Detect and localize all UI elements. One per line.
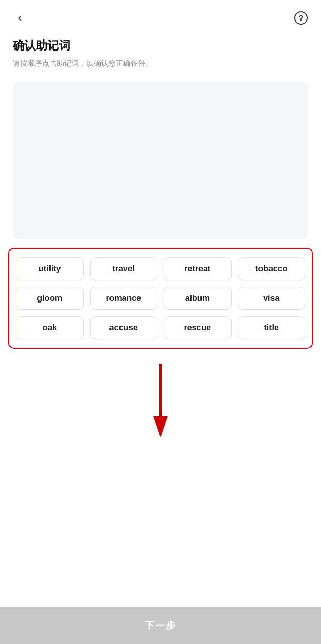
top-bar: ‹ ? [0, 0, 321, 32]
word-chip-utility[interactable]: utility [16, 257, 84, 280]
word-selection-area: utilitytravelretreattobaccogloomromancea… [8, 248, 313, 349]
next-button[interactable]: 下一步 [0, 607, 321, 644]
word-chip-oak[interactable]: oak [16, 316, 84, 339]
word-chip-romance[interactable]: romance [90, 287, 158, 310]
word-chip-visa[interactable]: visa [238, 287, 306, 310]
word-chip-title[interactable]: title [238, 316, 306, 339]
help-button[interactable]: ? [292, 8, 310, 27]
word-chip-accuse[interactable]: accuse [90, 316, 158, 339]
help-icon: ? [294, 11, 308, 25]
page-title: 确认助记词 [13, 38, 308, 54]
next-button-container: 下一步 [0, 607, 321, 644]
page-header: 确认助记词 请按顺序点击助记词，以确认您正确备份。 [0, 32, 321, 77]
word-chip-travel[interactable]: travel [90, 257, 158, 280]
back-button[interactable]: ‹ [11, 8, 29, 27]
word-display-area [13, 82, 308, 239]
back-icon: ‹ [18, 11, 22, 25]
word-chip-retreat[interactable]: retreat [164, 257, 232, 280]
arrow-area [0, 353, 321, 448]
word-chip-tobacco[interactable]: tobacco [238, 257, 306, 280]
page-subtitle: 请按顺序点击助记词，以确认您正确备份。 [13, 58, 308, 69]
word-chip-album[interactable]: album [164, 287, 232, 310]
word-chip-gloom[interactable]: gloom [16, 287, 84, 310]
word-grid: utilitytravelretreattobaccogloomromancea… [14, 255, 307, 341]
word-chip-rescue[interactable]: rescue [164, 316, 232, 339]
down-arrow-icon [139, 358, 182, 442]
